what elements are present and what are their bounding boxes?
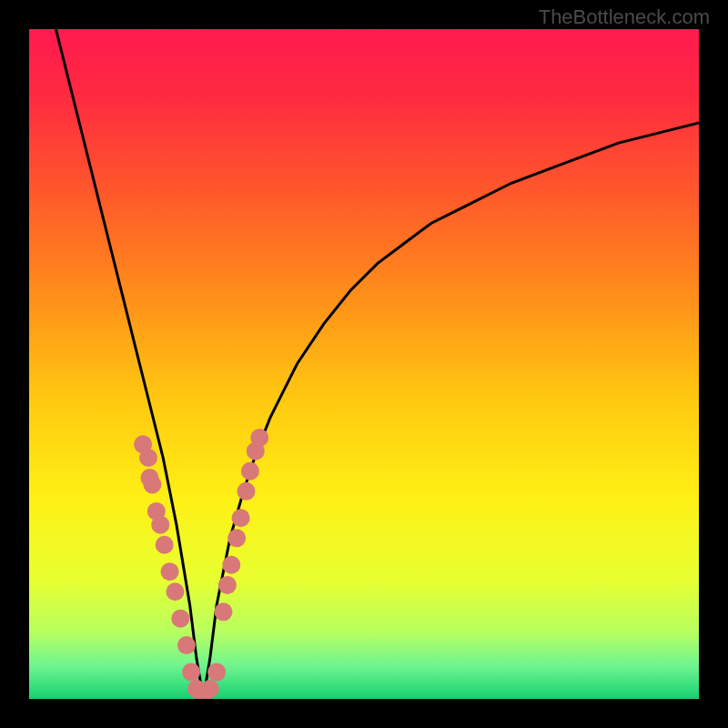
data-dot: [177, 636, 196, 654]
data-dot: [151, 516, 169, 534]
data-dot: [232, 509, 250, 527]
gradient-background: [29, 29, 699, 699]
data-dot: [241, 462, 259, 480]
data-dot: [161, 562, 179, 581]
data-dot: [143, 475, 161, 493]
data-dot: [156, 536, 174, 554]
data-dot: [214, 602, 232, 621]
data-dot: [207, 663, 226, 682]
data-dot: [182, 663, 200, 682]
data-dot: [166, 582, 184, 601]
data-dot: [222, 556, 240, 574]
data-dot: [250, 429, 268, 447]
data-dot: [237, 482, 255, 500]
data-dot: [171, 610, 189, 628]
data-dot: [228, 529, 246, 547]
data-dot: [218, 576, 237, 594]
data-dot: [139, 449, 157, 467]
chart-svg: [29, 29, 699, 699]
plot-area: [29, 29, 699, 699]
watermark-text: TheBottleneck.com: [539, 5, 710, 29]
data-dot: [201, 680, 219, 698]
